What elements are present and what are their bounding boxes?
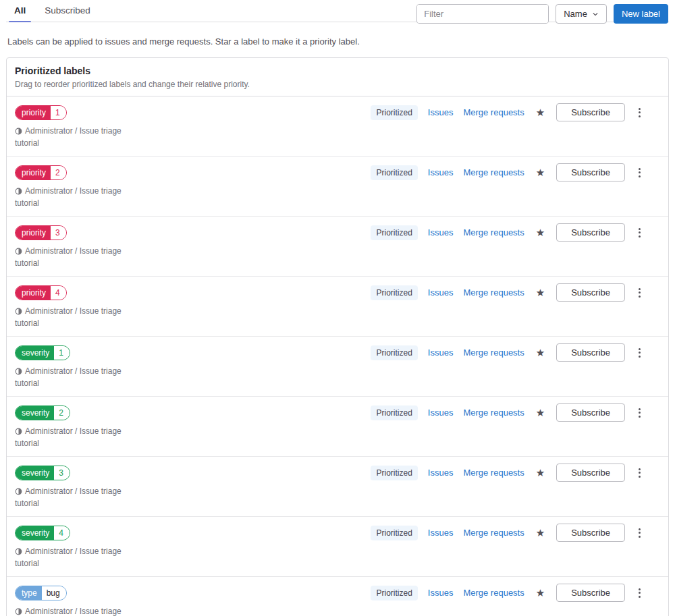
scoped-label[interactable]: severity 3: [15, 466, 70, 480]
prioritized-indicator: Prioritized: [371, 405, 417, 420]
scoped-label[interactable]: severity 4: [15, 526, 70, 540]
subscribe-button[interactable]: Subscribe: [556, 343, 625, 362]
scoped-label-value: 3: [51, 226, 66, 240]
issues-link[interactable]: Issues: [428, 347, 454, 358]
label-row[interactable]: priority 3 Prioritized Issues Merge requ…: [7, 216, 668, 276]
star-icon[interactable]: ★: [535, 347, 546, 358]
scoped-label-key: priority: [16, 286, 51, 300]
merge-requests-link[interactable]: Merge requests: [463, 227, 524, 237]
project-path-line1: Administrator / Issue triage: [25, 547, 122, 556]
issues-link[interactable]: Issues: [428, 408, 454, 418]
prioritized-indicator: Prioritized: [371, 526, 417, 540]
star-icon[interactable]: ★: [535, 408, 546, 418]
more-actions-icon[interactable]: [635, 104, 644, 121]
scoped-label[interactable]: priority 4: [15, 285, 67, 300]
scoped-label[interactable]: priority 3: [15, 225, 67, 240]
merge-requests-link[interactable]: Merge requests: [463, 167, 524, 177]
more-actions-icon[interactable]: [635, 164, 644, 181]
scoped-label[interactable]: priority 1: [15, 105, 67, 120]
card-subtitle: Drag to reorder prioritized labels and c…: [15, 80, 660, 89]
label-list: priority 1 Prioritized Issues Merge requ…: [7, 96, 668, 616]
project-path-line2: tutorial: [15, 258, 660, 268]
star-icon[interactable]: ★: [535, 167, 546, 177]
label-row-actions: Prioritized Issues Merge requests ★ Subs…: [371, 403, 660, 422]
project-path-line2: tutorial: [15, 499, 660, 508]
issues-link[interactable]: Issues: [428, 167, 454, 177]
label-row[interactable]: severity 3 Prioritized Issues Merge requ…: [7, 456, 668, 516]
project-path-line1: Administrator / Issue triage: [25, 486, 122, 496]
more-actions-icon[interactable]: [635, 284, 644, 302]
scoped-label[interactable]: severity 2: [15, 405, 70, 420]
label-row[interactable]: priority 4 Prioritized Issues Merge requ…: [7, 276, 668, 336]
label-row-top: severity 2 Prioritized Issues Merge requ…: [15, 403, 660, 422]
project-path: Administrator / Issue triage: [15, 486, 660, 496]
merge-requests-link[interactable]: Merge requests: [463, 588, 524, 598]
new-label-button[interactable]: New label: [614, 4, 668, 24]
subscribe-button[interactable]: Subscribe: [556, 103, 625, 121]
subscribe-button[interactable]: Subscribe: [556, 223, 625, 242]
scoped-label-value: 3: [54, 466, 70, 480]
merge-requests-link[interactable]: Merge requests: [463, 408, 524, 418]
group-icon: [15, 548, 22, 555]
subscribe-button[interactable]: Subscribe: [556, 283, 625, 302]
more-actions-icon[interactable]: [635, 404, 644, 422]
more-actions-icon[interactable]: [635, 344, 644, 362]
scoped-label[interactable]: type bug: [15, 586, 67, 600]
more-actions-icon[interactable]: [635, 524, 644, 542]
label-row-top: severity 4 Prioritized Issues Merge requ…: [15, 524, 660, 542]
prioritized-indicator: Prioritized: [371, 225, 417, 240]
label-row[interactable]: severity 1 Prioritized Issues Merge requ…: [7, 336, 668, 396]
label-row[interactable]: severity 4 Prioritized Issues Merge requ…: [7, 516, 668, 576]
scoped-label-key: priority: [16, 166, 51, 179]
subscribe-button[interactable]: Subscribe: [556, 163, 625, 181]
label-row-top: priority 1 Prioritized Issues Merge requ…: [15, 103, 660, 121]
label-row[interactable]: priority 1 Prioritized Issues Merge requ…: [7, 96, 668, 156]
more-actions-icon[interactable]: [635, 584, 644, 602]
star-icon[interactable]: ★: [535, 588, 546, 598]
tab-all[interactable]: All: [7, 0, 32, 22]
filter-input[interactable]: [417, 5, 549, 23]
label-row[interactable]: type bug Prioritized Issues Merge reques…: [7, 576, 668, 616]
group-icon: [15, 248, 22, 255]
star-icon[interactable]: ★: [535, 287, 546, 298]
merge-requests-link[interactable]: Merge requests: [463, 347, 524, 358]
label-row[interactable]: severity 2 Prioritized Issues Merge requ…: [7, 396, 668, 456]
star-icon[interactable]: ★: [535, 468, 546, 478]
merge-requests-link[interactable]: Merge requests: [463, 287, 524, 298]
project-path-line2: tutorial: [15, 559, 660, 568]
issues-link[interactable]: Issues: [428, 287, 454, 298]
more-actions-icon[interactable]: [635, 224, 644, 242]
scoped-label-value: 2: [54, 406, 70, 420]
scoped-label[interactable]: severity 1: [15, 345, 70, 360]
issues-link[interactable]: Issues: [428, 107, 454, 117]
project-path-line2: tutorial: [15, 318, 660, 328]
scoped-label-key: severity: [16, 346, 54, 360]
label-row-top: severity 3 Prioritized Issues Merge requ…: [15, 464, 660, 482]
more-actions-icon[interactable]: [635, 464, 644, 482]
scoped-label[interactable]: priority 2: [15, 165, 67, 180]
group-icon: [15, 488, 22, 495]
sort-dropdown[interactable]: Name: [556, 4, 607, 24]
issues-link[interactable]: Issues: [428, 588, 454, 598]
merge-requests-link[interactable]: Merge requests: [463, 468, 524, 478]
label-row[interactable]: priority 2 Prioritized Issues Merge requ…: [7, 156, 668, 216]
subscribe-button[interactable]: Subscribe: [556, 524, 625, 542]
issues-link[interactable]: Issues: [428, 468, 454, 478]
project-path-line1: Administrator / Issue triage: [25, 426, 122, 436]
merge-requests-link[interactable]: Merge requests: [463, 107, 524, 117]
subscribe-button[interactable]: Subscribe: [556, 464, 625, 482]
merge-requests-link[interactable]: Merge requests: [463, 528, 524, 538]
prioritized-indicator: Prioritized: [371, 105, 417, 120]
star-icon[interactable]: ★: [535, 107, 546, 117]
subscribe-button[interactable]: Subscribe: [556, 584, 625, 602]
subscribe-button[interactable]: Subscribe: [556, 403, 625, 422]
issues-link[interactable]: Issues: [428, 227, 454, 237]
group-icon: [15, 428, 22, 435]
tab-subscribed[interactable]: Subscribed: [38, 0, 97, 22]
project-path: Administrator / Issue triage: [15, 186, 660, 196]
star-icon[interactable]: ★: [535, 227, 546, 237]
issues-link[interactable]: Issues: [428, 528, 454, 538]
project-path: Administrator / Issue triage: [15, 366, 660, 376]
page-description: Labels can be applied to issues and merg…: [6, 36, 669, 47]
star-icon[interactable]: ★: [535, 528, 546, 538]
